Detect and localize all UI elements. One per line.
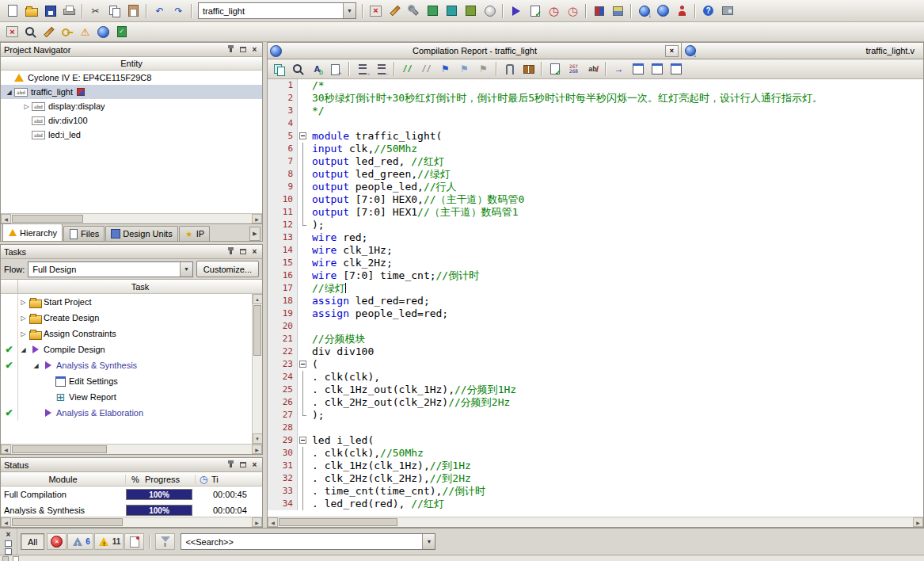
task-row-assign-constraints[interactable]: ▷Assign Constraints [1,326,262,342]
compilation-report-titlebar[interactable]: Compilation Report - traffic_light × [268,43,682,59]
close-icon[interactable]: × [249,460,260,471]
filter-button[interactable] [155,533,175,550]
design-partition-button[interactable] [609,2,627,20]
entity-row-div-div100[interactable]: abddiv:div100 [1,113,262,128]
stop-processing-button[interactable] [367,2,385,20]
scroll-down-icon[interactable]: ▼ [253,433,263,444]
key-button[interactable] [58,23,76,40]
scrollbar-thumb[interactable] [12,518,123,526]
fold-marker[interactable] [299,437,306,444]
goto-matching-button[interactable]: → [610,60,628,78]
float-window-icon[interactable] [237,246,249,258]
close-icon[interactable]: × [249,44,260,55]
cut-button[interactable]: ✂ [86,2,105,20]
scroll-left-icon[interactable]: ◀ [1,445,11,454]
detach-messages-icon[interactable] [5,540,12,547]
close-icon[interactable]: × [249,246,260,258]
entity-row-display-display[interactable]: ▷abddisplay:display [1,99,262,113]
print-button[interactable] [60,2,78,20]
open-file-button[interactable] [22,2,40,20]
code-editor[interactable]: 1/*230秒绿灯倒计时+30秒红灯倒计时，倒计时最后5秒时计时每半秒闪烁一次。… [268,79,923,517]
task-row-view-report[interactable]: ⊞View Report [1,389,262,405]
scrollbar-thumb[interactable] [12,215,83,223]
customize-button[interactable]: Customize... [196,261,259,277]
simulator-button[interactable] [481,2,499,20]
tab-hierarchy[interactable]: Hierarchy [2,223,63,241]
pin-planner-button[interactable] [405,2,423,20]
split-window-3-button[interactable] [667,60,685,78]
copy-button[interactable] [105,2,124,20]
expander-icon[interactable]: ▷ [21,103,32,110]
comment-button[interactable] [398,60,416,78]
tab-ip[interactable]: ★IP [179,226,210,241]
tab-files[interactable]: Files [63,226,105,241]
technology-map-viewer-button[interactable] [462,2,480,20]
alert-button[interactable] [76,23,94,40]
uncomment-button[interactable] [417,60,435,78]
float-window-icon[interactable] [237,44,249,55]
redo-button[interactable]: ↷ [169,2,188,20]
system-builder-button[interactable] [718,2,736,20]
expander-icon[interactable]: ◢ [4,89,14,96]
scroll-right-icon[interactable]: ▶ [252,445,262,454]
scroll-right-icon[interactable]: ▶ [913,517,923,527]
pin-icon[interactable] [225,44,237,55]
split-window-1-button[interactable] [629,60,647,78]
chevron-down-icon[interactable]: ▼ [180,262,192,277]
templates-book-button[interactable] [519,60,538,78]
task-row-create-design[interactable]: ▷Create Design [1,310,262,326]
entity-row-led-i-led[interactable]: abdled:i_led [1,128,262,142]
new-file-button[interactable] [3,2,21,20]
tasks-vscrollbar[interactable]: ▲ ▼ [252,294,262,444]
assignment-editor-button[interactable] [386,2,404,20]
scrollbar-thumb[interactable] [253,305,261,356]
fold-marker[interactable] [299,361,306,368]
programmer-button[interactable] [635,2,653,20]
expander-icon[interactable]: ▷ [18,330,29,338]
expander-icon[interactable]: ▷ [18,315,29,322]
float-window-icon[interactable] [237,460,249,471]
toggle-bookmark-button[interactable]: ⚑ [436,60,454,78]
copy-document-button[interactable] [270,60,288,78]
tab-scroll-right-icon[interactable]: ▶ [249,227,260,241]
task-row-analysis-synthesis[interactable]: ✔◢Analysis & Synthesis [1,357,262,373]
project-combobox[interactable]: traffic_light ▼ [198,2,356,19]
task-row-compile-design[interactable]: ✔◢Compile Design [1,342,262,357]
entity-row-cyclone-iv-e-ep4ce115f29c8[interactable]: Cyclone IV E: EP4CE115F29C8 [1,71,262,85]
scrollbar-thumb[interactable] [279,518,397,526]
system-console-button[interactable] [654,2,672,20]
status-hscrollbar[interactable]: ◀ ▶ [1,517,262,527]
close-icon[interactable]: × [665,45,679,57]
editor-hscrollbar[interactable]: ◀ ▶ [268,517,923,527]
edit-pencil-button[interactable] [40,23,58,40]
paste-button[interactable] [124,2,143,20]
scroll-up-icon[interactable]: ▲ [253,294,263,304]
scroll-right-icon[interactable]: ▶ [252,214,262,223]
expander-icon[interactable]: ◢ [18,346,29,353]
word-wrap-button[interactable] [584,60,602,78]
find-button[interactable] [289,60,307,78]
help-button[interactable] [699,2,717,20]
close-messages-icon[interactable]: × [6,530,11,539]
line-numbers-button[interactable]: 267268 [565,60,583,78]
all-messages-button[interactable]: All [21,533,44,550]
stop-button[interactable] [3,23,21,40]
scroll-left-icon[interactable]: ◀ [268,517,278,527]
clear-bookmarks-button[interactable]: ⚑ [474,60,492,78]
expander-icon[interactable]: ◢ [31,362,41,369]
rtl-viewer-button[interactable] [424,2,442,20]
undo-button[interactable]: ↶ [150,2,169,20]
start-analysis-synthesis-button[interactable] [526,2,544,20]
timing-analyzer-button[interactable] [564,2,582,20]
dock-messages-icon[interactable] [5,548,12,555]
pin-icon[interactable] [225,246,237,258]
state-machine-viewer-button[interactable] [443,2,461,20]
tasks-hscrollbar[interactable]: ◀ ▶ [1,444,262,454]
next-bookmark-button[interactable]: ⚑ [455,60,473,78]
task-row-edit-settings[interactable]: Edit Settings [1,373,262,389]
check-syntax-button[interactable] [546,60,564,78]
scroll-right-icon[interactable]: ▶ [252,517,262,527]
entity-hscrollbar[interactable]: ◀ ▶ [1,213,262,223]
check-report-button[interactable] [112,23,131,40]
insert-template-button[interactable] [500,60,519,78]
